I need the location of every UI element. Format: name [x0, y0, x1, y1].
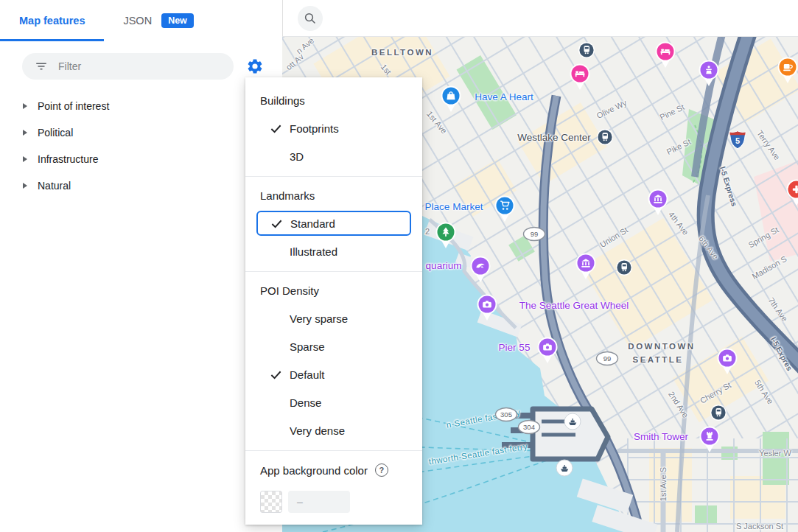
street-label-ott-av: ott Av: [284, 52, 306, 72]
street-label-pine-st: Pine St: [658, 102, 685, 122]
poi-marker-camera[interactable]: [536, 336, 559, 367]
street-label-7th-ave: 7th Ave: [767, 296, 790, 323]
menu-section-title: Landmarks: [245, 181, 422, 209]
background-color-value[interactable]: –: [288, 491, 350, 513]
street-label-s-jackson-st: S Jackson St: [736, 522, 783, 531]
area-label-seattle: SEATTLE: [632, 355, 683, 364]
menu-section-buildings: BuildingsFootprints3D: [245, 86, 422, 170]
transit-station-marker[interactable]: [578, 41, 595, 62]
feature-item-infrastructure[interactable]: Infrastructure: [0, 146, 282, 172]
tab-map-features-label: Map features: [19, 15, 85, 27]
street-label-6th-ave: 6th Ave: [697, 234, 721, 261]
ferry-marker[interactable]: [556, 459, 573, 480]
tab-json[interactable]: JSON New: [104, 0, 212, 41]
filter-row: Filter: [0, 41, 282, 91]
feature-item-natural[interactable]: Natural: [0, 172, 282, 199]
menu-option-sparse[interactable]: Sparse: [245, 332, 422, 360]
map-style-editor: Map features JSON New Filter Point of in…: [0, 0, 798, 532]
poi-marker-camera[interactable]: [716, 347, 738, 378]
street-label-2: 2: [425, 227, 430, 236]
poi-label-have-a-heart[interactable]: Have A Heart: [475, 91, 533, 102]
route-shield-i5[interactable]: 5: [729, 130, 746, 153]
feature-item-label: Natural: [38, 180, 71, 192]
sidebar: Map features JSON New Filter Point of in…: [0, 0, 282, 532]
menu-option-label: Standard: [290, 217, 335, 230]
poi-label-smith-tower[interactable]: Smith Tower: [634, 431, 688, 442]
route-shield-icon: 305: [494, 407, 518, 422]
area-label-belltown: BELLTOWN: [371, 48, 433, 57]
highway-label-i-5-express: I-5 Express: [718, 165, 739, 207]
help-icon[interactable]: ?: [375, 463, 388, 477]
poi-marker-rook[interactable]: [699, 425, 721, 456]
menu-option-standard[interactable]: Standard: [256, 211, 411, 236]
menu-option-label: Footprints: [290, 122, 339, 135]
route-shield-99[interactable]: 99: [595, 351, 619, 369]
expander-arrow-icon: [23, 183, 27, 189]
menu-option-label: Very dense: [290, 424, 345, 437]
area-label-downtown: DOWNTOWN: [628, 342, 695, 351]
menu-option-very-sparse[interactable]: Very sparse: [245, 304, 422, 332]
route-shield-304[interactable]: 304: [517, 419, 541, 438]
street-label-union-st: Union St: [598, 225, 629, 250]
poi-label-westlake-center[interactable]: Westlake Center: [517, 132, 591, 143]
svg-text:99: 99: [531, 230, 539, 238]
poi-marker-cross[interactable]: [785, 178, 798, 209]
tab-bar: Map features JSON New: [0, 0, 282, 41]
settings-menu: BuildingsFootprints3DLandmarksStandardIl…: [245, 77, 422, 525]
transit-station-marker[interactable]: [615, 259, 633, 279]
transit-station-marker[interactable]: [596, 128, 614, 149]
poi-label-place-market[interactable]: Place Market: [425, 201, 483, 212]
route-shield-icon: 99: [595, 351, 619, 366]
transit-station-marker[interactable]: [710, 404, 727, 424]
poi-marker-cup[interactable]: [777, 56, 798, 87]
poi-marker-camera[interactable]: [476, 293, 498, 324]
poi-label-pier-55[interactable]: Pier 55: [499, 342, 531, 353]
transparent-color-swatch[interactable]: [260, 491, 282, 513]
poi-marker-museum[interactable]: [647, 188, 669, 219]
poi-label-the-seattle-great-wheel[interactable]: The Seattle Great Wheel: [519, 300, 629, 311]
poi-marker-bed[interactable]: [654, 41, 676, 71]
menu-option-dense[interactable]: Dense: [245, 388, 422, 416]
poi-marker-tree[interactable]: [435, 221, 457, 252]
highway-label-i-5-expres: I-5 Expres: [769, 335, 794, 372]
poi-label-quarium[interactable]: quarium: [426, 260, 462, 271]
new-badge: New: [161, 13, 194, 28]
gear-icon: [246, 57, 264, 75]
svg-text:304: 304: [523, 423, 535, 431]
street-label-madison-s: Madison S: [750, 254, 788, 281]
search-icon: [304, 12, 317, 25]
filter-input[interactable]: Filter: [22, 53, 234, 80]
menu-option-label: Default: [290, 368, 325, 381]
interstate-shield-icon: 5: [729, 130, 746, 150]
app-background-color-label: App background color: [260, 464, 368, 477]
search-button[interactable]: [298, 6, 323, 31]
ferry-route-label-thworth-seattle-fast-ferry: thworth-Seattle fast ferry: [428, 441, 528, 466]
menu-section-title: Buildings: [245, 86, 422, 114]
menu-option-default[interactable]: Default: [245, 360, 422, 388]
street-label-cherry-st: Cherry St: [699, 380, 732, 405]
poi-marker-shopping-bag[interactable]: [440, 85, 462, 116]
menu-option-label: 3D: [290, 150, 304, 163]
menu-option-very-dense[interactable]: Very dense: [245, 416, 422, 444]
feature-item-point-of-interest[interactable]: Point of interest: [0, 93, 282, 119]
menu-option-illustrated[interactable]: Illustrated: [245, 237, 422, 265]
svg-text:99: 99: [603, 354, 612, 363]
map-search-bar: [282, 0, 798, 37]
menu-option-footprints[interactable]: Footprints: [245, 114, 422, 142]
poi-marker-dolphin[interactable]: [469, 255, 491, 286]
poi-marker-museum[interactable]: [575, 252, 597, 283]
ferry-marker[interactable]: [564, 413, 581, 433]
settings-gear-button[interactable]: [244, 55, 266, 77]
poi-marker-bed[interactable]: [569, 63, 591, 94]
feature-item-political[interactable]: Political: [0, 119, 282, 146]
route-shield-icon: 99: [522, 226, 546, 242]
check-icon: [270, 368, 282, 381]
route-shield-99[interactable]: 99: [522, 226, 546, 245]
poi-marker-cart[interactable]: [494, 195, 516, 225]
tab-map-features[interactable]: Map features: [0, 0, 104, 41]
street-label-yesler-w: Yesler W: [759, 449, 791, 458]
menu-option-3d[interactable]: 3D: [245, 142, 422, 170]
poi-marker-monument[interactable]: [698, 59, 720, 90]
route-shield-305[interactable]: 305: [494, 407, 518, 425]
check-icon: [270, 122, 282, 135]
